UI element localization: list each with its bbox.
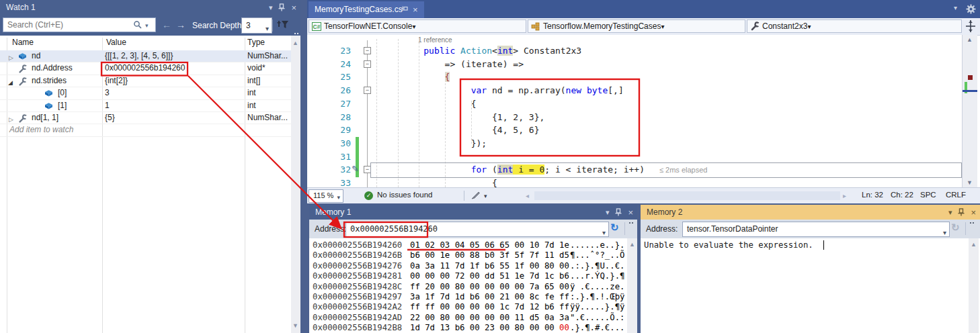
code-line[interactable]: {	[371, 70, 450, 84]
code-line[interactable]: => (iterate) =>	[371, 58, 524, 71]
close-icon[interactable]: ×	[971, 207, 976, 218]
scroll-down-icon[interactable]: ▼	[292, 322, 298, 329]
memory2-scrollbar[interactable]: ▲	[969, 238, 979, 333]
memory1-content[interactable]: 0x000002556B19426001 02 03 04 05 06 65 0…	[309, 238, 637, 333]
code-editor[interactable]: 1 reference 23− public Action<int> Const…	[307, 35, 962, 187]
memory-bytes[interactable]: 1d 7d 13 b6 00 23 00 80 00 00 00	[410, 323, 569, 333]
window-position-icon[interactable]: ▾	[606, 208, 610, 217]
window-position-icon[interactable]: ▾	[948, 208, 952, 217]
scroll-down-icon[interactable]: ▼	[967, 179, 973, 186]
watch-row[interactable]: ▷nd{[[1, 2, 3], [4, 5, 6]]}NumShar...	[0, 50, 291, 62]
codelens-references[interactable]: 1 reference	[418, 36, 452, 44]
watch-value[interactable]: 1	[105, 100, 110, 111]
watch-row[interactable]: ◢nd.strides{int[2]}int[]	[0, 75, 291, 87]
editor-vertical-scrollbar[interactable]: ▲ ▼	[962, 35, 977, 187]
watch-add-row[interactable]: Add item to watch	[0, 124, 291, 136]
search-back-icon[interactable]: ←	[162, 19, 171, 30]
toolbar-overflow-icon[interactable]	[970, 222, 975, 224]
code-line[interactable]: });	[371, 137, 487, 150]
watch-row[interactable]: ▷nd[1, 1]{5}NumShar...	[0, 112, 291, 124]
member-dropdown[interactable]: Constant2x3▾	[747, 19, 962, 33]
split-window-icon[interactable]	[966, 20, 975, 32]
memory-bytes[interactable]: 01 02 03 04 05 06 65 00 10 7d 1e	[410, 240, 569, 250]
watch-name[interactable]: nd	[32, 50, 40, 62]
tab-memorytestingcases[interactable]: MemoryTestingCases.cs ×	[309, 1, 424, 18]
pin-icon[interactable]	[615, 208, 622, 216]
watch-value[interactable]: {5}	[105, 112, 115, 124]
watch-name[interactable]: nd[1, 1]	[32, 112, 58, 124]
memory2-content[interactable]: Unable to evaluate the expression. ▲	[641, 238, 980, 333]
scroll-up-icon[interactable]: ▲	[971, 241, 977, 248]
watch-value[interactable]: 3	[105, 87, 110, 99]
pin-icon[interactable]	[958, 208, 965, 216]
search-icon[interactable]	[133, 20, 142, 30]
scroll-up-icon[interactable]: ▲	[292, 40, 298, 46]
perf-tip[interactable]: ≤ 2ms elapsed	[659, 166, 707, 174]
memory-bytes[interactable]: b6 00 1e 00 88 b0 3f 5f 7f 11 d5	[410, 250, 569, 260]
tab-pin-icon[interactable]	[401, 6, 409, 13]
search-options-chevron-icon[interactable]: ▾	[145, 22, 149, 29]
watch-value[interactable]: 0x000002556b194260	[105, 62, 185, 74]
scroll-up-icon[interactable]: ▲	[629, 241, 635, 248]
close-icon[interactable]: ×	[628, 207, 633, 218]
code-line[interactable]: {1, 2, 3},	[371, 111, 544, 124]
scroll-up-icon[interactable]: ▲	[967, 36, 973, 43]
window-position-icon[interactable]: ▾	[269, 3, 273, 12]
column-header-name[interactable]: Name	[12, 38, 34, 47]
memory-bytes[interactable]: 00 00 00 72 00 dd 51 1e 7d 1c b6	[410, 271, 569, 281]
memory-bytes[interactable]: 22 00 80 00 00 00 00 11 d5 0a 3a	[410, 313, 569, 323]
watch-value[interactable]: {int[2]}	[105, 75, 128, 87]
column-header-value[interactable]: Value	[106, 38, 126, 47]
refresh-icon[interactable]: ↻	[610, 222, 619, 234]
fold-collapse-icon[interactable]: −	[364, 47, 371, 54]
watch-scrollbar[interactable]: ▲ ▼	[291, 36, 300, 333]
code-line[interactable]: public Action<int> Constant2x3	[371, 44, 581, 58]
doc-well-dropdown-icon[interactable]: ▾	[954, 4, 957, 11]
zoom-select[interactable]: 115 %▾	[309, 189, 343, 203]
address-input[interactable]: 0x000002556B194260▾	[345, 222, 609, 237]
close-icon[interactable]: ×	[291, 3, 296, 13]
toolbar-overflow-icon[interactable]	[629, 222, 635, 224]
hscroll-left-icon[interactable]: ◂	[526, 192, 529, 199]
memory-bytes[interactable]: ff 20 00 80 00 00 00 00 7a 65 00	[410, 282, 569, 292]
watch-row[interactable]: [1]1int	[0, 100, 291, 112]
watch-title[interactable]: Watch 1	[0, 0, 300, 15]
format-options-chevron-icon[interactable]: ▾	[484, 193, 487, 199]
watch-name[interactable]: [0]	[58, 87, 67, 99]
memory-bytes[interactable]: 3a 1f 7d 1d b6 00 21 00 8c fe ff	[410, 292, 569, 302]
horizontal-scrollbar[interactable]	[534, 191, 840, 200]
search-forward-icon[interactable]: →	[176, 19, 186, 30]
memory-address: 0x000002556B1942B8	[313, 323, 402, 333]
project-dropdown[interactable]: C# TensorFlowNET.Console▾	[309, 19, 526, 33]
fold-collapse-icon[interactable]: −	[364, 60, 371, 68]
add-item-label[interactable]: Add item to watch	[9, 124, 73, 136]
gear-icon[interactable]	[966, 4, 976, 14]
memory-bytes[interactable]: ff ff 00 00 00 00 1c 7d 12 b6 ff	[410, 302, 569, 312]
filter-pinned-icon[interactable]	[277, 19, 289, 30]
code-line[interactable]: {	[371, 97, 477, 111]
hscroll-right-icon[interactable]: ▸	[843, 192, 846, 199]
issues-status[interactable]: No issues found	[377, 191, 432, 199]
watch-value[interactable]: {[[1, 2, 3], [4, 5, 6]]}	[105, 50, 173, 62]
watch-row[interactable]: [0]3int	[0, 87, 291, 99]
memory1-title[interactable]: Memory 1	[309, 205, 637, 220]
pin-icon[interactable]	[278, 3, 285, 11]
address-input[interactable]: tensor.TensorDataPointer▾	[682, 222, 950, 237]
format-brush-icon[interactable]	[471, 191, 481, 200]
watch-name[interactable]: nd.strides	[32, 75, 67, 87]
tab-close-icon[interactable]: ×	[413, 1, 418, 18]
toolbar-overflow-icon[interactable]	[294, 33, 300, 35]
fold-collapse-icon[interactable]: −	[364, 87, 371, 94]
memory2-title[interactable]: Memory 2	[641, 205, 980, 220]
memory1-scrollbar[interactable]: ▲	[627, 238, 637, 333]
code-line[interactable]: var nd = np.array(new byte[,]	[371, 84, 624, 97]
column-header-type[interactable]: Type	[247, 38, 265, 47]
watch-row[interactable]: nd.Address0x000002556b194260void*	[0, 62, 291, 75]
watch-name[interactable]: [1]	[58, 100, 67, 111]
memory-bytes[interactable]: 0a 3a 11 7d 1f b6 55 1f 00 80 00	[410, 261, 569, 271]
type-dropdown[interactable]: Tensorflow.MemoryTestingCases▾	[528, 19, 745, 33]
code-line[interactable]: {	[371, 177, 497, 187]
code-line[interactable]: {4, 5, 6}	[371, 124, 539, 137]
watch-name[interactable]: nd.Address	[32, 62, 73, 74]
search-depth-select[interactable]: 3▾	[241, 17, 272, 34]
